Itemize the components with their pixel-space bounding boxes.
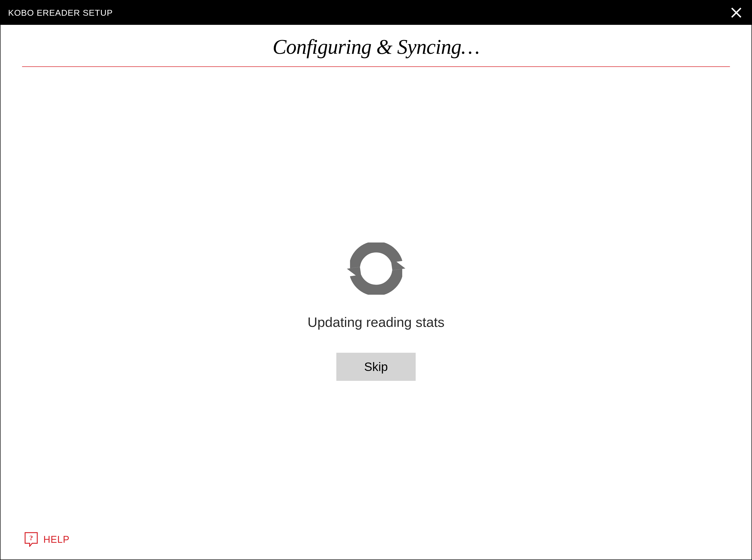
sync-icon xyxy=(343,236,409,302)
sync-status-text: Updating reading stats xyxy=(308,314,444,330)
svg-point-4 xyxy=(354,247,398,291)
sync-progress-area: Updating reading stats Skip xyxy=(22,62,730,555)
close-button[interactable] xyxy=(729,5,744,20)
content-area: Configuring & Syncing… xyxy=(0,25,752,560)
help-icon: ? xyxy=(25,532,38,547)
skip-button[interactable]: Skip xyxy=(336,353,416,381)
help-button[interactable]: ? HELP xyxy=(25,532,70,547)
window-title: KOBO EREADER SETUP xyxy=(8,8,113,18)
close-icon xyxy=(731,7,742,18)
setup-window: KOBO EREADER SETUP Configuring & Syncing… xyxy=(0,0,752,560)
titlebar: KOBO EREADER SETUP xyxy=(0,0,752,25)
help-label: HELP xyxy=(43,534,70,545)
svg-text:?: ? xyxy=(29,534,33,542)
